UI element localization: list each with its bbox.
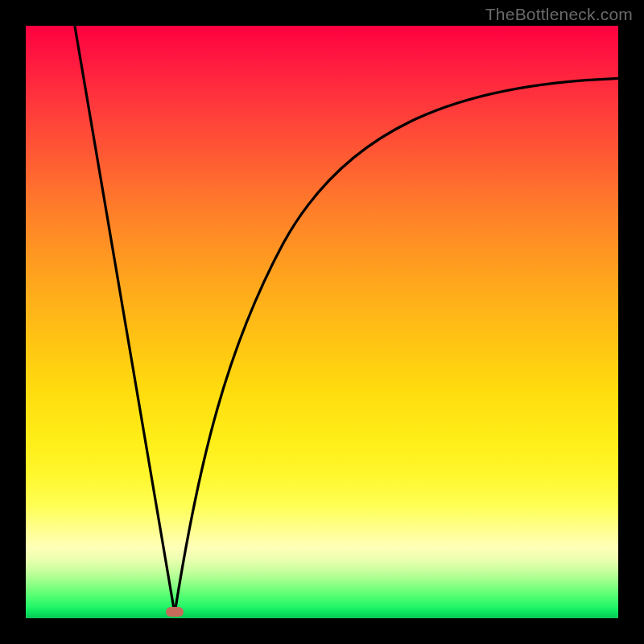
curve-layer	[26, 26, 618, 618]
plot-area	[26, 26, 618, 618]
minimum-marker	[166, 607, 184, 617]
chart-frame: TheBottleneck.com	[0, 0, 644, 644]
watermark-text: TheBottleneck.com	[485, 5, 633, 24]
curve-left-branch	[74, 26, 175, 613]
curve-right-branch	[175, 78, 618, 613]
